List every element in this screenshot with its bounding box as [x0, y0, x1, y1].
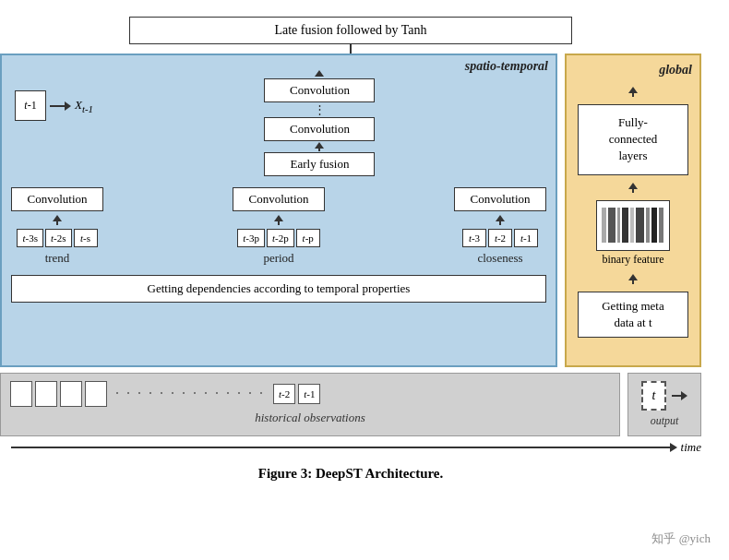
- conv-dots: ⋮: [314, 102, 326, 117]
- arrow-early-fusion: [315, 142, 324, 151]
- dependencies-box: Getting dependencies according to tempor…: [11, 275, 546, 303]
- trend-time-boxes: t-3s t-2s t-s: [17, 229, 97, 247]
- svg-rect-2: [617, 208, 620, 243]
- late-fusion-box: Late fusion followed by Tanh: [129, 17, 572, 44]
- closeness-t1: t-1: [514, 229, 538, 247]
- trend-label: trend: [45, 251, 70, 266]
- obs-box-2: [35, 381, 57, 407]
- three-columns: Convolution t-3s t-2s t-s trend: [11, 187, 546, 266]
- up-arrow-head: [315, 70, 324, 77]
- output-section: t output: [627, 373, 701, 436]
- closeness-label: closeness: [477, 251, 522, 266]
- x-label: Xt-1: [75, 98, 93, 114]
- output-label: output: [651, 414, 679, 428]
- trend-conv: Convolution: [11, 187, 103, 211]
- svg-rect-3: [622, 208, 628, 243]
- late-fusion-label: Late fusion followed by Tanh: [274, 23, 426, 37]
- period-time-boxes: t-3p t-2p t-p: [237, 229, 319, 247]
- conv-box-bottom: Convolution: [264, 117, 375, 141]
- period-column: Convolution t-3p t-2p t-p period: [233, 187, 325, 266]
- spatio-temporal-section: spatio-temporal t-1: [0, 54, 557, 367]
- global-section: global Fully- connected layers: [565, 54, 701, 367]
- meta-box: Getting meta data at t: [578, 292, 688, 338]
- obs-box-3: [60, 381, 82, 407]
- output-arrow: [672, 391, 687, 400]
- t-minus-2-box: t-2: [273, 384, 295, 404]
- period-conv: Convolution: [233, 187, 325, 211]
- period-t3p: t-3p: [237, 229, 265, 247]
- t-output-box: t: [641, 381, 667, 411]
- closeness-arrow-up: [496, 215, 505, 225]
- closeness-t2: t-2: [488, 229, 512, 247]
- period-label: period: [263, 251, 293, 266]
- svg-rect-8: [659, 208, 663, 243]
- closeness-conv: Convolution: [454, 187, 546, 211]
- obs-label: historical observations: [10, 411, 610, 425]
- period-arrow-up: [274, 215, 283, 225]
- obs-dots: · · · · · · · · · · · · · ·: [115, 386, 265, 402]
- conv-stack-top: Convolution ⋮ Convolution Early fusion: [93, 63, 546, 176]
- early-fusion-box: Early fusion: [264, 152, 375, 176]
- closeness-column: Convolution t-3 t-2 t-1 closeness: [454, 187, 546, 266]
- svg-rect-5: [636, 208, 644, 243]
- figure-caption: Figure 3: DeepST Architecture.: [0, 466, 701, 482]
- closeness-time-boxes: t-3 t-2 t-1: [462, 229, 538, 247]
- obs-box-4: [85, 381, 107, 407]
- period-t2p: t-2p: [267, 229, 294, 247]
- svg-rect-4: [630, 208, 634, 243]
- closeness-t3: t-3: [462, 229, 486, 247]
- svg-rect-6: [646, 208, 650, 243]
- fc-box: Fully- connected layers: [578, 104, 688, 175]
- obs-box-1: [10, 381, 32, 407]
- svg-rect-0: [602, 208, 606, 243]
- meta-up-arrow: [628, 274, 638, 284]
- binary-feature-chart: [598, 202, 668, 248]
- input-arrow: [50, 101, 71, 111]
- input-area: t-1 Xt-1: [11, 63, 93, 121]
- fc-up-arrow: [628, 87, 638, 97]
- input-box: t-1: [15, 90, 46, 121]
- main-content-row: spatio-temporal t-1: [0, 54, 701, 367]
- time-row: time: [0, 440, 701, 455]
- time-arrow-line: [11, 447, 670, 448]
- period-tp: t-p: [296, 229, 320, 247]
- input-label: t-1: [24, 99, 36, 112]
- time-arrow-head: [670, 443, 677, 452]
- conv-box-top: Convolution: [264, 78, 375, 102]
- watermark: 知乎 @yich: [651, 530, 711, 547]
- trend-t2s: t-2s: [45, 229, 72, 247]
- trend-column: Convolution t-3s t-2s t-s trend: [11, 187, 103, 266]
- svg-rect-1: [608, 208, 615, 243]
- time-label: time: [681, 440, 701, 455]
- binary-feature-container: binary feature: [596, 200, 670, 267]
- svg-rect-7: [651, 208, 657, 243]
- trend-arrow-up: [53, 215, 62, 225]
- binary-feature-visual: [596, 200, 670, 251]
- t-minus-1-box: t-1: [298, 384, 320, 404]
- binary-up-arrow: [628, 183, 638, 193]
- obs-boxes-row: · · · · · · · · · · · · · · t-2 t-1: [10, 381, 610, 407]
- observations-section: · · · · · · · · · · · · · · t-2 t-1 hist…: [0, 373, 620, 436]
- global-label: global: [659, 63, 692, 77]
- trend-t3s: t-3s: [17, 229, 43, 247]
- binary-feature-label: binary feature: [596, 253, 670, 267]
- trend-ts: t-s: [74, 229, 98, 247]
